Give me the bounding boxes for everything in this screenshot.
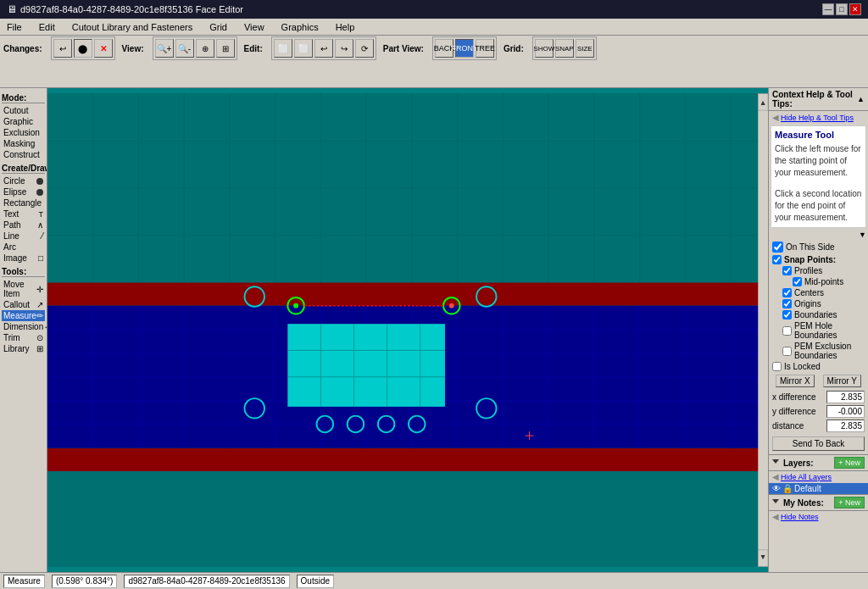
draw-arc[interactable]: Arc [2, 242, 45, 253]
grid-group: SHOW SNAP SIZE [532, 36, 597, 60]
menu-grid[interactable]: Grid [206, 20, 231, 34]
edit-group: ⬜ ⬜ ↩ ↪ ⟳ [271, 36, 376, 60]
measure-tool-help: Measure Tool Click the left mouse for th… [771, 125, 866, 228]
tree-button[interactable]: TREE [476, 39, 494, 58]
origins-checkbox[interactable] [782, 299, 792, 308]
grid-size-button[interactable]: SIZE [576, 39, 594, 58]
tool-library[interactable]: Library⊞ [2, 343, 45, 354]
draw-image[interactable]: Image□ [2, 253, 45, 264]
menu-cutout[interactable]: Cutout Library and Fasteners [69, 20, 196, 34]
mirror-y-button[interactable]: Mirror Y [823, 375, 861, 387]
front-button[interactable]: FRONT [455, 39, 474, 58]
grid-show-button[interactable]: SHOW [535, 39, 554, 58]
edit-btn-1[interactable]: ⬜ [274, 39, 292, 58]
draw-text[interactable]: TextT [2, 208, 45, 219]
undo-button[interactable]: ↩ [53, 39, 72, 58]
zoom-extents-button[interactable]: ⊞ [216, 39, 235, 58]
context-help-header: Context Help & Tool Tips: ▲ [769, 88, 868, 111]
zoom-out-button[interactable]: 🔍- [175, 39, 194, 58]
part-view-group: BACK FRONT TREE [432, 36, 497, 60]
profiles-checkbox[interactable] [782, 266, 792, 275]
send-to-back-button[interactable]: Send To Back [772, 436, 865, 451]
close-button[interactable]: ✕ [849, 3, 861, 15]
hide-notes-button[interactable]: Hide Notes [781, 513, 819, 521]
tool-dimension[interactable]: Dimension↔ [2, 321, 45, 332]
edit-btn-4[interactable]: ↪ [335, 39, 353, 58]
centers-checkbox[interactable] [782, 288, 792, 297]
zoom-fit-button[interactable]: ⊕ [196, 39, 214, 58]
draw-line[interactable]: Line∕ [2, 231, 45, 242]
edit-btn-3[interactable]: ↩ [314, 39, 333, 58]
coordinates-status: (0.598° 0.834°) [52, 575, 118, 588]
boundaries-checkbox[interactable] [782, 310, 792, 320]
mode-graphic[interactable]: Graphic [2, 116, 45, 127]
edit-label: Edit: [244, 44, 263, 53]
menu-file[interactable]: File [3, 20, 25, 34]
pem-excl-checkbox[interactable] [782, 347, 792, 356]
menu-help[interactable]: Help [332, 20, 359, 34]
menu-graphics[interactable]: Graphics [278, 20, 322, 34]
toolbar-row-1: Changes: ↩ ⬤ ✕ View: 🔍+ 🔍- ⊕ ⊞ Edit: ⬜ ⬜… [0, 36, 868, 61]
mode-cutout[interactable]: Cutout [2, 105, 45, 116]
title-bar-icon: 🖥 d9827af8-84a0-4287-8489-20c1e8f35136 F… [7, 3, 243, 15]
edit-btn-2[interactable]: ⬜ [294, 39, 313, 58]
right-panel: Context Help & Tool Tips: ▲ ◀ Hide Help … [768, 88, 868, 572]
draw-circle[interactable]: Circle [2, 175, 45, 186]
boundaries-row: Boundaries [769, 309, 868, 320]
toolbar: Changes: ↩ ⬤ ✕ View: 🔍+ 🔍- ⊕ ⊞ Edit: ⬜ ⬜… [0, 36, 868, 88]
layer-lock-icon[interactable]: 🔒 [782, 484, 793, 493]
distance-row: distance 2.835 [769, 419, 868, 433]
hide-all-layers-row: ◀ Hide All Layers [769, 471, 868, 483]
layer-visibility-icon[interactable]: 👁 [772, 484, 781, 493]
edit-btn-5[interactable]: ⟳ [355, 39, 374, 58]
cancel-changes-button[interactable]: ✕ [94, 39, 113, 58]
title-text: d9827af8-84a0-4287-8489-20c1e8f35136 Fac… [20, 4, 243, 14]
menu-view[interactable]: View [241, 20, 268, 34]
changes-group: ↩ ⬤ ✕ [51, 36, 115, 60]
mode-exclusion[interactable]: Exclusion [2, 127, 45, 138]
scroll-up-arrow[interactable]: ▲ [857, 95, 865, 103]
is-locked-checkbox[interactable] [772, 362, 782, 371]
help-text-1: Click the left mouse for the starting po… [775, 143, 862, 179]
context-help-title: Context Help & Tool Tips: [772, 90, 855, 108]
change-btn-2[interactable]: ⬤ [74, 39, 92, 58]
tool-measure[interactable]: Measure✏ [2, 310, 45, 321]
midpoints-checkbox[interactable] [793, 277, 802, 286]
menu-edit[interactable]: Edit [36, 20, 58, 34]
snap-points-checkbox[interactable] [772, 255, 782, 264]
tools-label: Tools: [2, 267, 45, 277]
on-this-side-row: On This Side [769, 240, 868, 254]
mode-construct[interactable]: Construct [2, 149, 45, 160]
main-content: Mode: Cutout Graphic Exclusion Masking C… [0, 88, 868, 572]
zoom-in-button[interactable]: 🔍+ [155, 39, 174, 58]
on-this-side-checkbox[interactable] [772, 242, 783, 253]
mode-masking[interactable]: Masking [2, 138, 45, 149]
canvas-area[interactable]: ▲ ▼ [47, 88, 768, 572]
tool-trim[interactable]: Trim⊙ [2, 332, 45, 343]
tool-callout[interactable]: Callout↗ [2, 299, 45, 310]
mirror-x-button[interactable]: Mirror X [776, 375, 815, 387]
draw-elipse[interactable]: Elipse [2, 186, 45, 197]
view-group: 🔍+ 🔍- ⊕ ⊞ [153, 36, 237, 60]
scroll-down-arrow[interactable]: ▼ [859, 231, 866, 239]
svg-rect-45 [47, 471, 768, 566]
pem-excl-row: PEM Exclusion Boundaries [769, 341, 868, 361]
pem-hole-checkbox[interactable] [782, 326, 792, 336]
new-note-button[interactable]: + New [834, 497, 865, 508]
layers-toggle[interactable] [772, 459, 779, 467]
mynotes-toggle[interactable] [772, 499, 779, 507]
on-this-side-label: On This Side [786, 242, 835, 252]
tool-move-item[interactable]: Move Item✛ [2, 279, 45, 299]
default-layer-name[interactable]: Default [794, 484, 821, 493]
draw-path[interactable]: Path∧ [2, 219, 45, 231]
y-difference-row: y difference -0.000 [769, 404, 868, 419]
minimize-button[interactable]: — [822, 3, 834, 15]
hide-all-layers-button[interactable]: Hide All Layers [781, 473, 832, 481]
grid-snap-button[interactable]: SNAP [555, 39, 574, 58]
hide-help-button[interactable]: Hide Help & Tool Tips [781, 114, 854, 122]
new-layer-button[interactable]: + New [834, 457, 865, 469]
canvas-svg: ▲ ▼ [47, 88, 768, 572]
maximize-button[interactable]: □ [836, 3, 848, 15]
draw-rectangle[interactable]: Rectangle [2, 197, 45, 208]
menu-bar: File Edit Cutout Library and Fasteners G… [0, 19, 868, 36]
